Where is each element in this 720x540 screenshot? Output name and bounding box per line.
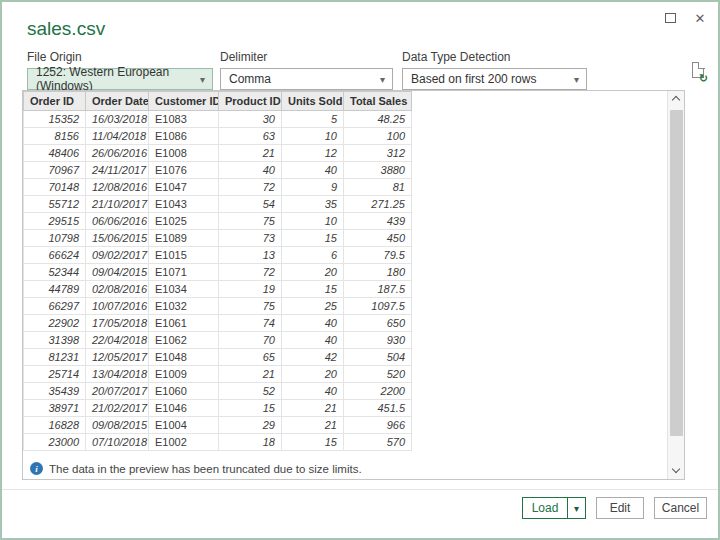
table-cell: 450 <box>344 230 412 247</box>
file-origin-field: File Origin 1252: Western European (Wind… <box>27 50 213 90</box>
table-cell: 504 <box>344 349 412 366</box>
table-cell: 21/10/2017 <box>86 196 149 213</box>
footer-buttons: Load Edit Cancel <box>522 497 707 519</box>
table-cell: 12/08/2016 <box>86 179 149 196</box>
table-cell: E1015 <box>149 247 219 264</box>
table-cell: 30 <box>219 111 282 128</box>
table-cell: 40 <box>282 332 344 349</box>
close-button[interactable] <box>692 10 708 26</box>
file-origin-label: File Origin <box>27 50 213 64</box>
table-row: 7096724/11/2017E107640403880 <box>24 162 412 179</box>
table-cell: E1060 <box>149 383 219 400</box>
table-cell: E1004 <box>149 417 219 434</box>
table-cell: 35439 <box>24 383 86 400</box>
table-row: 8123112/05/2017E10486542504 <box>24 349 412 366</box>
info-icon <box>30 462 43 475</box>
delimiter-dropdown[interactable]: Comma <box>220 68 393 90</box>
table-row: 5571221/10/2017E10435435271.25 <box>24 196 412 213</box>
table-cell: 25714 <box>24 366 86 383</box>
table-cell: 22902 <box>24 315 86 332</box>
table-cell: 70148 <box>24 179 86 196</box>
table-cell: 63 <box>219 128 282 145</box>
scrollbar-thumb[interactable] <box>670 110 683 436</box>
table-cell: 21 <box>282 400 344 417</box>
table-cell: 07/10/2018 <box>86 434 149 451</box>
table-cell: 66297 <box>24 298 86 315</box>
table-cell: 20 <box>282 366 344 383</box>
table-cell: 570 <box>344 434 412 451</box>
window-controls <box>662 10 708 26</box>
scroll-down-button[interactable] <box>668 462 685 479</box>
chevron-down-icon <box>380 69 385 89</box>
column-header-customer-id: Customer ID <box>149 92 219 111</box>
data-type-detection-value: Based on first 200 rows <box>411 72 536 86</box>
scroll-up-button[interactable] <box>668 91 685 108</box>
table-cell: 38971 <box>24 400 86 417</box>
load-button[interactable]: Load <box>522 497 568 519</box>
table-row: 6629710/07/2016E103275251097.5 <box>24 298 412 315</box>
chevron-up-icon <box>672 96 680 104</box>
refresh-preview-button[interactable] <box>690 62 708 84</box>
table-row: 1535216/03/2018E108330548.25 <box>24 111 412 128</box>
table-cell: 22/04/2018 <box>86 332 149 349</box>
table-cell: 21/02/2017 <box>86 400 149 417</box>
table-cell: E1061 <box>149 315 219 332</box>
close-icon <box>695 9 706 27</box>
data-type-detection-dropdown[interactable]: Based on first 200 rows <box>402 68 587 90</box>
table-cell: 29515 <box>24 213 86 230</box>
edit-button[interactable]: Edit <box>596 497 644 519</box>
truncation-message-text: The data in the preview has been truncat… <box>49 463 362 475</box>
maximize-icon <box>665 13 676 23</box>
page-title: sales.csv <box>27 18 105 40</box>
table-cell: E1083 <box>149 111 219 128</box>
cancel-button[interactable]: Cancel <box>654 497 707 519</box>
table-cell: 72 <box>219 264 282 281</box>
table-cell: 09/04/2015 <box>86 264 149 281</box>
data-type-detection-label: Data Type Detection <box>402 50 587 64</box>
table-cell: 21 <box>282 417 344 434</box>
table-row: 2571413/04/2018E10092120520 <box>24 366 412 383</box>
table-cell: E1047 <box>149 179 219 196</box>
table-cell: 48.25 <box>344 111 412 128</box>
file-origin-dropdown[interactable]: 1252: Western European (Windows) <box>27 68 213 90</box>
table-cell: 79.5 <box>344 247 412 264</box>
vertical-scrollbar[interactable] <box>667 91 684 479</box>
table-cell: 16828 <box>24 417 86 434</box>
table-cell: 10798 <box>24 230 86 247</box>
table-cell: 72 <box>219 179 282 196</box>
maximize-button[interactable] <box>662 10 678 26</box>
table-row: 4840626/06/2016E10082112312 <box>24 145 412 162</box>
table-cell: 312 <box>344 145 412 162</box>
chevron-down-icon <box>672 465 680 473</box>
table-cell: 9 <box>282 179 344 196</box>
table-cell: 25 <box>282 298 344 315</box>
table-cell: 20 <box>282 264 344 281</box>
table-cell: E1002 <box>149 434 219 451</box>
table-row: 2951506/06/2016E10257510439 <box>24 213 412 230</box>
table-cell: 21 <box>219 366 282 383</box>
table-cell: 48406 <box>24 145 86 162</box>
delimiter-field: Delimiter Comma <box>220 50 393 90</box>
table-cell: 18 <box>219 434 282 451</box>
table-cell: 26/06/2016 <box>86 145 149 162</box>
chevron-down-icon <box>200 69 205 89</box>
table-cell: 5 <box>282 111 344 128</box>
table-cell: E1062 <box>149 332 219 349</box>
table-cell: E1025 <box>149 213 219 230</box>
table-cell: 10/07/2016 <box>86 298 149 315</box>
table-cell: 40 <box>282 162 344 179</box>
table-cell: 55712 <box>24 196 86 213</box>
load-options-dropdown-button[interactable] <box>568 497 586 519</box>
table-cell: 81231 <box>24 349 86 366</box>
table-row: 7014812/08/2016E104772981 <box>24 179 412 196</box>
table-cell: 10 <box>282 128 344 145</box>
table-cell: 16/03/2018 <box>86 111 149 128</box>
table-cell: E1009 <box>149 366 219 383</box>
table-cell: 42 <box>282 349 344 366</box>
preview-table-header: Order ID Order Date Customer ID Product … <box>24 92 412 111</box>
table-row: 5234409/04/2015E10717220180 <box>24 264 412 281</box>
table-cell: 11/04/2018 <box>86 128 149 145</box>
table-row: 2300007/10/2018E10021815570 <box>24 434 412 451</box>
table-cell: 40 <box>282 315 344 332</box>
table-cell: E1076 <box>149 162 219 179</box>
